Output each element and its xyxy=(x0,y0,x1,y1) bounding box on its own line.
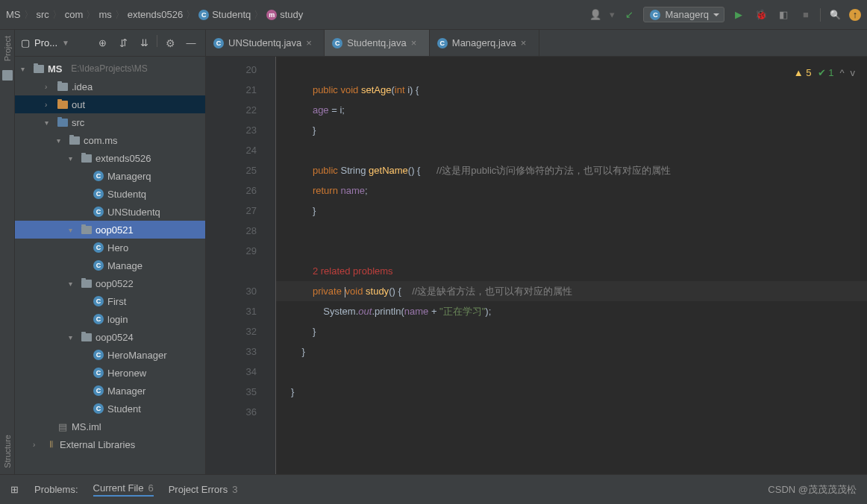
code-line[interactable]: age = i; xyxy=(276,100,867,120)
tree-item[interactable]: CHeroManager xyxy=(15,346,205,364)
stop-icon[interactable]: ■ xyxy=(798,7,814,23)
tree-item[interactable]: ▾src xyxy=(15,113,205,131)
tree-item-icon xyxy=(81,152,93,164)
tree-item[interactable]: CFirst xyxy=(15,292,205,310)
code-line[interactable]: public void setAge(int i) { xyxy=(276,80,867,100)
code-editor[interactable]: 2021222324252627282930313233343536 ▲ 5 ✔… xyxy=(206,57,867,474)
tree-item-icon xyxy=(57,98,69,110)
code-line[interactable] xyxy=(276,362,867,382)
code-line[interactable] xyxy=(276,402,867,422)
run-configuration-select[interactable]: C Managerq xyxy=(643,7,724,22)
tree-item[interactable]: CStudent xyxy=(15,400,205,418)
run-icon[interactable]: ▶ xyxy=(730,7,747,23)
tree-item-icon: C xyxy=(93,313,104,325)
warning-badge[interactable]: ▲ 5 xyxy=(794,63,812,83)
code-line[interactable] xyxy=(276,241,867,261)
editor-tab[interactable]: CStudentq.java× xyxy=(325,30,430,56)
search-icon[interactable] xyxy=(827,7,843,23)
vcs-update-icon[interactable]: ↙ xyxy=(621,7,637,23)
code-line[interactable] xyxy=(276,60,867,80)
tree-item-icon: ▤ xyxy=(57,420,69,432)
code-line[interactable]: 2 related problems xyxy=(276,261,867,281)
code-line[interactable]: } xyxy=(276,341,867,362)
breadcrumb-item[interactable]: src xyxy=(37,9,49,20)
tree-item-icon xyxy=(81,224,93,236)
tree-item[interactable]: Clogin xyxy=(15,310,205,328)
expand-all-icon[interactable]: ⇵ xyxy=(115,35,131,51)
close-icon[interactable]: × xyxy=(306,37,316,48)
tree-item-icon xyxy=(69,134,81,146)
problems-label[interactable]: Problems: xyxy=(34,484,78,495)
tree-item[interactable]: ›.idea xyxy=(15,78,205,95)
updates-icon[interactable]: ↑ xyxy=(849,9,861,21)
ok-badge[interactable]: ✔ 1 xyxy=(818,63,834,83)
tree-item-icon: C xyxy=(93,206,104,218)
close-icon[interactable]: × xyxy=(411,37,422,48)
code-line[interactable]: } xyxy=(276,120,867,140)
tree-item[interactable]: CStudentq xyxy=(15,185,205,203)
tree-item[interactable]: ▤MS.iml xyxy=(15,418,205,435)
gear-icon[interactable] xyxy=(162,35,178,51)
tree-item[interactable]: CHeronew xyxy=(15,364,205,382)
tree-item-icon xyxy=(57,81,69,92)
tree-item[interactable]: ▾oop0521 xyxy=(15,221,205,239)
code-line[interactable]: return name; xyxy=(276,180,867,201)
code-line[interactable] xyxy=(276,140,867,160)
current-file-tab[interactable]: Current File 6 xyxy=(93,482,154,497)
user-icon[interactable] xyxy=(587,7,604,23)
tree-item[interactable]: CManage xyxy=(15,256,205,274)
tree-item[interactable]: ▾extends0526 xyxy=(15,149,205,167)
tree-item-icon: C xyxy=(93,170,104,182)
line-gutter: 2021222324252627282930313233343536 xyxy=(206,57,266,474)
project-tree[interactable]: ▾MS E:\IdeaProjects\MS›.idea›out▾src▾com… xyxy=(15,57,205,474)
bookmarks-icon[interactable] xyxy=(2,70,13,81)
code-line[interactable]: System.out.println(name + "正在学习"); xyxy=(276,301,867,321)
code-content[interactable]: ▲ 5 ✔ 1 ^ v public void setAge(int i) { … xyxy=(276,57,867,474)
breadcrumb-item[interactable]: mstudy xyxy=(266,9,303,20)
tree-item[interactable]: ▾oop0522 xyxy=(15,274,205,292)
code-line[interactable]: } xyxy=(276,382,867,402)
debug-icon[interactable]: 🐞 xyxy=(753,7,769,23)
breadcrumb-item[interactable]: CStudentq xyxy=(198,9,251,20)
breadcrumb-item[interactable]: com xyxy=(65,9,84,20)
close-icon[interactable]: × xyxy=(521,37,531,48)
breadcrumb-item[interactable]: ms xyxy=(98,9,111,20)
tree-item-icon xyxy=(81,331,93,343)
breadcrumb-item[interactable]: extends0526 xyxy=(128,9,183,20)
project-errors-tab[interactable]: Project Errors 3 xyxy=(169,484,238,495)
tree-item[interactable]: ›⦀External Libraries xyxy=(15,435,205,453)
tree-item-icon: ⦀ xyxy=(45,438,57,450)
project-tool-tab[interactable]: Project xyxy=(3,36,12,61)
problems-tool-icon[interactable]: ⊞ xyxy=(9,484,19,495)
editor-tab[interactable]: CManagerq.java× xyxy=(430,30,539,56)
code-line[interactable]: } xyxy=(276,201,867,221)
structure-tool-tab[interactable]: Structure xyxy=(3,435,12,468)
tree-item[interactable]: ▾com.ms xyxy=(15,131,205,149)
tree-item[interactable]: CUNStudentq xyxy=(15,203,205,221)
select-opened-icon[interactable]: ⊕ xyxy=(94,35,110,51)
tree-item-icon xyxy=(81,277,93,289)
breadcrumb: MS〉src〉com〉ms〉extends0526〉CStudentq〉mstu… xyxy=(6,8,587,22)
collapse-all-icon[interactable]: ⇊ xyxy=(136,35,152,51)
tree-item-icon: C xyxy=(93,403,104,415)
method-icon: m xyxy=(266,10,277,20)
coverage-icon[interactable]: ◧ xyxy=(775,7,792,23)
code-line[interactable]: private void study() { //这是缺省方法，也可以有对应的属… xyxy=(276,281,867,301)
tree-item[interactable]: ▾oop0524 xyxy=(15,328,205,346)
editor-tab[interactable]: CUNStudentq.java× xyxy=(206,30,325,56)
tree-item[interactable]: CManager xyxy=(15,382,205,400)
breadcrumb-item[interactable]: MS xyxy=(6,9,21,20)
tree-item[interactable]: CHero xyxy=(15,239,205,256)
tree-item-icon xyxy=(57,116,69,128)
tree-item-icon: C xyxy=(93,259,104,271)
code-line[interactable] xyxy=(276,221,867,241)
tree-item-icon: C xyxy=(93,349,104,361)
code-line[interactable]: } xyxy=(276,321,867,341)
hide-panel-icon[interactable]: — xyxy=(183,35,199,51)
tree-root[interactable]: ▾MS E:\IdeaProjects\MS xyxy=(15,60,205,78)
project-panel: ▢ Pro... ▼ ⊕ ⇵ ⇊ — ▾MS E:\IdeaProjects\M… xyxy=(15,30,206,474)
tree-item[interactable]: ›out xyxy=(15,95,205,113)
tree-item[interactable]: CManagerq xyxy=(15,167,205,185)
project-icon: ▢ xyxy=(21,37,30,48)
code-line[interactable]: public String getName() { //这是用public访问修… xyxy=(276,160,867,180)
